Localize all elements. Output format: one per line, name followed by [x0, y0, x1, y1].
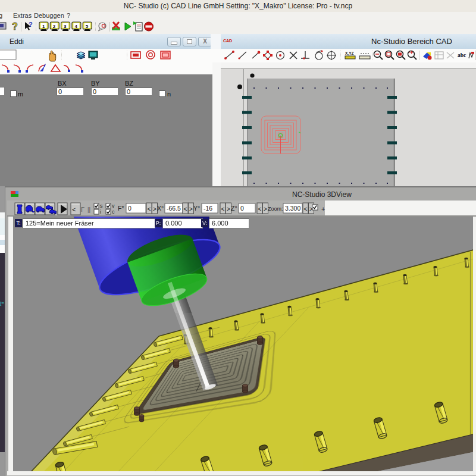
- svg-text:?: ?: [29, 21, 33, 28]
- svg-text:3: 3: [64, 24, 67, 29]
- svg-text:i: i: [100, 209, 101, 215]
- svg-text:<: <: [72, 206, 76, 213]
- svg-text:>: >: [153, 206, 156, 212]
- svg-text:v: v: [112, 203, 115, 209]
- svg-text:s: s: [100, 203, 103, 209]
- svg-text:Y°: Y°: [193, 205, 200, 212]
- svg-text:c: c: [112, 209, 115, 215]
- svg-text:abc: abc: [458, 52, 466, 58]
- svg-text:2: 2: [53, 24, 56, 29]
- svg-text:Z°: Z°: [231, 205, 237, 212]
- svg-text:0: 0: [128, 205, 131, 212]
- svg-text:||: ||: [87, 206, 90, 213]
- svg-text:+: +: [321, 205, 325, 212]
- svg-text:F*: F*: [118, 205, 124, 212]
- svg-text:5: 5: [86, 24, 89, 29]
- svg-text:0: 0: [240, 205, 244, 212]
- svg-text:4: 4: [74, 24, 77, 29]
- svg-text:-66.5: -66.5: [167, 205, 181, 212]
- svg-text:X,YZ: X,YZ: [345, 51, 353, 56]
- svg-text:X°: X°: [157, 205, 164, 212]
- svg-text:3.300: 3.300: [285, 205, 300, 212]
- svg-text:-16: -16: [203, 205, 212, 212]
- svg-text:Zoom:: Zoom:: [268, 206, 283, 212]
- svg-text:1: 1: [42, 24, 45, 29]
- svg-text:<: <: [148, 206, 151, 212]
- svg-text:Γ: Γ: [81, 206, 84, 213]
- svg-text:?: ?: [12, 21, 18, 32]
